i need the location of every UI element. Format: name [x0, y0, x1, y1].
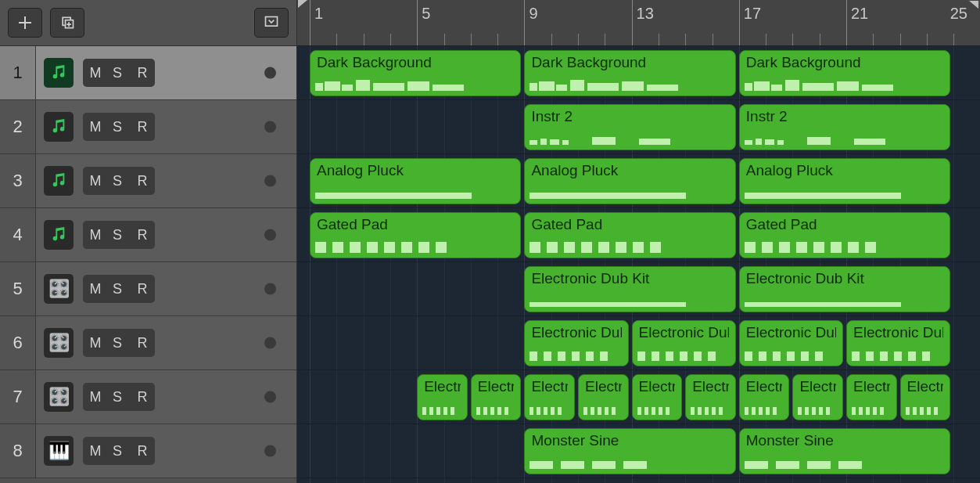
region-clip[interactable]: Electronic Dub Kit — [739, 374, 790, 420]
mute-button[interactable]: M — [85, 115, 106, 139]
track-headers: 1 M S R 2 M S R 3 M S R — [0, 46, 297, 483]
region-clip[interactable]: Electronic Dub Kit — [846, 374, 897, 420]
solo-button[interactable]: S — [107, 385, 127, 409]
mute-button[interactable]: M — [85, 331, 106, 355]
solo-button[interactable]: S — [107, 169, 127, 193]
track-icon[interactable] — [44, 220, 74, 250]
bar-number: 9 — [529, 5, 537, 23]
region-clip[interactable]: Analog Pluck — [739, 158, 950, 204]
track-icon[interactable]: 🎛️ — [44, 328, 74, 358]
track-icon[interactable] — [44, 58, 74, 88]
record-enable-button[interactable]: R — [132, 331, 153, 355]
region-clip[interactable]: Electronic Dub Kit — [632, 374, 683, 420]
region-clip[interactable]: Monster Sine — [739, 428, 950, 474]
record-indicator — [264, 67, 276, 79]
region-clip[interactable]: Electronic Dub Kit — [524, 374, 575, 420]
msr-group: M S R — [83, 329, 155, 357]
mute-button[interactable]: M — [85, 439, 106, 463]
midi-note-icon — [50, 118, 67, 135]
playhead-end-icon[interactable] — [969, 1, 978, 9]
solo-button[interactable]: S — [107, 277, 127, 301]
region-clip[interactable]: Analog Pluck — [524, 158, 735, 204]
track-header[interactable]: 7 🎛️ M S R — [0, 370, 296, 424]
clip-label: Electronic Dub Kit — [746, 324, 836, 341]
solo-button[interactable]: S — [107, 331, 127, 355]
bar-number: 25 — [950, 5, 967, 23]
midi-note-icon — [50, 64, 67, 81]
region-clip[interactable]: Dark Background — [524, 50, 735, 96]
track-icon[interactable]: 🎛️ — [44, 382, 74, 412]
record-indicator — [264, 175, 276, 187]
region-clip[interactable]: Electronic Dub Kit — [632, 320, 736, 366]
clip-label: Electronic Dub Kit — [639, 324, 729, 341]
region-clip[interactable]: Gated Pad — [524, 212, 735, 258]
region-clip[interactable]: Electronic Dub Kit — [685, 374, 736, 420]
region-clip[interactable]: Instr 2 — [739, 104, 950, 150]
drum-machine-icon: 🎛️ — [48, 333, 70, 353]
mute-button[interactable]: M — [85, 223, 106, 247]
region-clip[interactable]: Electronic Dub Kit — [739, 266, 950, 312]
solo-button[interactable]: S — [107, 439, 127, 463]
track-menu-button[interactable] — [254, 8, 289, 38]
msr-group: M S R — [83, 383, 155, 411]
record-enable-button[interactable]: R — [132, 439, 153, 463]
arrange-area[interactable]: Dark BackgroundDark BackgroundDark Backg… — [297, 46, 980, 483]
track-header[interactable]: 3 M S R — [0, 154, 296, 208]
clip-label: Electronic Dub Kit — [746, 378, 783, 395]
record-enable-button[interactable]: R — [132, 169, 153, 193]
msr-group: M S R — [83, 221, 155, 249]
region-clip[interactable]: Gated Pad — [310, 212, 521, 258]
track-number: 1 — [0, 46, 36, 99]
region-clip[interactable]: Electronic Dub Kit — [578, 374, 629, 420]
track-icon[interactable]: 🎛️ — [44, 274, 74, 304]
bar-number: 1 — [314, 5, 323, 23]
region-clip[interactable]: Analog Pluck — [310, 158, 521, 204]
solo-button[interactable]: S — [107, 115, 127, 139]
track-header[interactable]: 5 🎛️ M S R — [0, 262, 296, 316]
track-icon[interactable]: 🎹 — [44, 436, 74, 466]
mute-button[interactable]: M — [85, 169, 106, 193]
clip-label: Instr 2 — [746, 108, 943, 125]
region-clip[interactable]: Electronic Dub Kit — [792, 374, 843, 420]
region-clip[interactable]: Monster Sine — [524, 428, 735, 474]
region-clip[interactable]: Dark Background — [310, 50, 521, 96]
region-clip[interactable]: Dark Background — [739, 50, 950, 96]
mute-button[interactable]: M — [85, 385, 106, 409]
mute-button[interactable]: M — [85, 277, 106, 301]
duplicate-track-button[interactable] — [50, 8, 84, 38]
mute-button[interactable]: M — [85, 61, 106, 85]
record-enable-button[interactable]: R — [132, 277, 153, 301]
record-enable-button[interactable]: R — [132, 115, 153, 139]
midi-note-icon — [50, 172, 67, 189]
track-icon[interactable] — [44, 166, 74, 196]
track-header[interactable]: 8 🎹 M S R — [0, 424, 296, 478]
region-clip[interactable]: Gated Pad — [739, 212, 950, 258]
bar-number: 5 — [422, 5, 430, 23]
solo-button[interactable]: S — [107, 223, 127, 247]
playhead-start-icon[interactable] — [298, 0, 307, 8]
track-header[interactable]: 2 M S R — [0, 100, 296, 154]
add-track-button[interactable] — [8, 8, 42, 38]
clip-label: Gated Pad — [746, 216, 943, 233]
track-header[interactable]: 4 M S R — [0, 208, 296, 262]
region-clip[interactable]: Electronic Dub Kit — [846, 320, 950, 366]
record-enable-button[interactable]: R — [132, 61, 153, 85]
record-enable-button[interactable]: R — [132, 385, 153, 409]
region-clip[interactable]: Electronic Dub Kit — [739, 320, 843, 366]
clip-label: Electronic Dub Kit — [853, 324, 943, 341]
track-icon[interactable] — [44, 112, 74, 142]
track-header[interactable]: 6 🎛️ M S R — [0, 316, 296, 370]
region-clip[interactable]: Electronic Dub Kit — [900, 374, 951, 420]
region-clip[interactable]: Electronic Dub Kit — [524, 320, 628, 366]
record-enable-button[interactable]: R — [132, 223, 153, 247]
region-clip[interactable]: Instr 2 — [524, 104, 735, 150]
track-header[interactable]: 1 M S R — [0, 46, 296, 100]
track-number: 7 — [0, 370, 36, 424]
clip-label: Analog Pluck — [531, 162, 728, 179]
region-clip[interactable]: Electronic Dub Kit — [417, 374, 468, 420]
solo-button[interactable]: S — [107, 61, 127, 85]
region-clip[interactable]: Electronic Dub Kit — [524, 266, 735, 312]
msr-group: M S R — [83, 59, 155, 87]
region-clip[interactable]: Electronic Dub Kit — [471, 374, 522, 420]
timeline-ruler[interactable]: 15913172125 — [297, 0, 980, 46]
